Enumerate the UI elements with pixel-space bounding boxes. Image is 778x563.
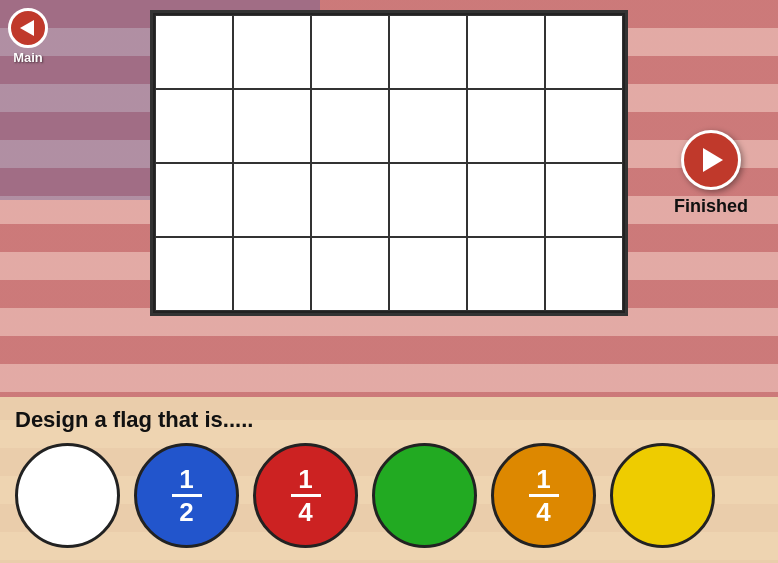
- grid-cell[interactable]: [467, 15, 545, 89]
- grid-cell[interactable]: [311, 237, 389, 311]
- grid-cell[interactable]: [311, 15, 389, 89]
- grid-cell[interactable]: [311, 89, 389, 163]
- main-label: Main: [13, 50, 43, 65]
- grid-cell[interactable]: [545, 237, 623, 311]
- grid-cell[interactable]: [545, 89, 623, 163]
- fraction-display: 14: [291, 466, 321, 525]
- fraction-denominator: 2: [179, 499, 193, 525]
- grid-cell[interactable]: [233, 163, 311, 237]
- main-content: Main Finished Design a flag that is.....…: [0, 0, 778, 563]
- grid-cell[interactable]: [389, 15, 467, 89]
- grid-cell[interactable]: [155, 237, 233, 311]
- fraction-display: 12: [172, 466, 202, 525]
- fraction-numerator: 1: [536, 466, 550, 492]
- color-circle-blue[interactable]: 12: [134, 443, 239, 548]
- grid-cell[interactable]: [389, 89, 467, 163]
- finished-label: Finished: [674, 196, 748, 217]
- grid-cell[interactable]: [467, 163, 545, 237]
- fraction-display: 14: [529, 466, 559, 525]
- color-circle-orange[interactable]: 14: [491, 443, 596, 548]
- back-arrow-icon: [8, 8, 48, 48]
- grid-cell[interactable]: [155, 163, 233, 237]
- grid-cell[interactable]: [389, 163, 467, 237]
- grid-cell[interactable]: [311, 163, 389, 237]
- color-circle-green[interactable]: [372, 443, 477, 548]
- main-nav-button[interactable]: Main: [8, 8, 48, 65]
- grid-cell[interactable]: [545, 163, 623, 237]
- flag-grid-container: [150, 10, 628, 316]
- grid-cell[interactable]: [155, 89, 233, 163]
- grid-cell[interactable]: [233, 89, 311, 163]
- fraction-denominator: 4: [298, 499, 312, 525]
- grid-cell[interactable]: [155, 15, 233, 89]
- fraction-denominator: 4: [536, 499, 550, 525]
- play-icon: [681, 130, 741, 190]
- color-circle-white[interactable]: [15, 443, 120, 548]
- finished-button[interactable]: Finished: [674, 130, 748, 217]
- bottom-panel: Design a flag that is..... 121414: [0, 397, 778, 563]
- color-circle-red[interactable]: 14: [253, 443, 358, 548]
- instruction-text: Design a flag that is.....: [15, 407, 763, 433]
- color-circles-row: 121414: [15, 443, 763, 548]
- grid-cell[interactable]: [389, 237, 467, 311]
- fraction-numerator: 1: [298, 466, 312, 492]
- grid-cell[interactable]: [467, 89, 545, 163]
- grid-cell[interactable]: [545, 15, 623, 89]
- grid-cell[interactable]: [233, 15, 311, 89]
- flag-grid: [153, 13, 625, 313]
- grid-cell[interactable]: [467, 237, 545, 311]
- fraction-numerator: 1: [179, 466, 193, 492]
- color-circle-yellow[interactable]: [610, 443, 715, 548]
- grid-cell[interactable]: [233, 237, 311, 311]
